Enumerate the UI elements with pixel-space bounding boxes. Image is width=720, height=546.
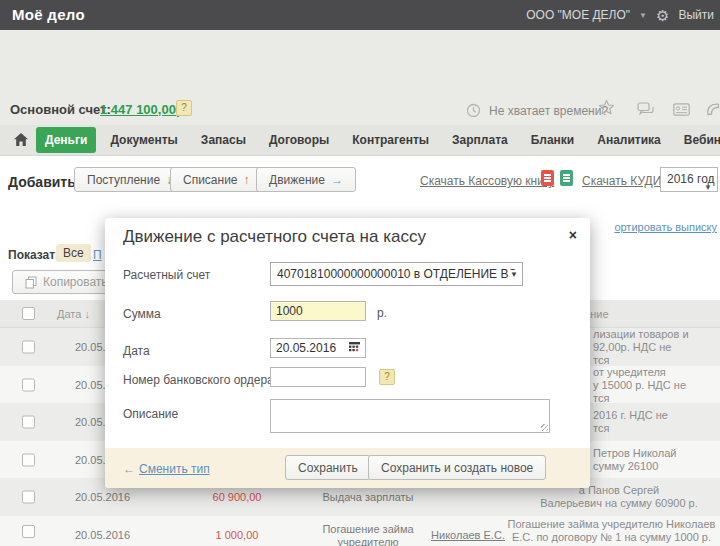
row-description: от учредителя у 15000 р. НДС не тся — [593, 365, 718, 404]
modal-title: Движение с расчетного счета на кассу — [123, 227, 426, 247]
transfer-modal: Движение с расчетного счета на кассу × Р… — [105, 218, 590, 488]
row-operation-type: Выдача зарплаты — [318, 491, 418, 504]
topbar: Моё дело ООО "МОЕ ДЕЛО" ▼ ⚙ Выйти — [0, 0, 720, 30]
row-checkbox[interactable] — [22, 416, 35, 429]
import-statement-link[interactable]: ортировать выписку — [614, 221, 717, 233]
tab-contracts[interactable]: Договоры — [260, 127, 338, 153]
save-and-create-new-button[interactable]: Сохранить и создать новое — [368, 455, 546, 480]
chat-icon[interactable] — [637, 102, 655, 116]
main-account-balance-link[interactable]: 1 447 100,00р — [100, 102, 184, 117]
app-window: Моё дело ООО "МОЕ ДЕЛО" ▼ ⚙ Выйти Основн… — [0, 0, 720, 546]
row-checkbox[interactable] — [22, 453, 35, 466]
change-type-link[interactable]: ←Сменить тип — [123, 462, 210, 476]
amount-input[interactable] — [270, 301, 366, 321]
excel-icon[interactable] — [560, 170, 573, 186]
tab-inventory[interactable]: Запасы — [192, 127, 255, 153]
main-account-label: Основной счет: — [10, 102, 111, 117]
tab-documents[interactable]: Документы — [101, 127, 186, 153]
select-all-checkbox[interactable] — [22, 307, 35, 320]
arrow-up-icon: ↑ — [244, 173, 250, 187]
date-input[interactable] — [270, 338, 366, 358]
topbar-right: ООО "МОЕ ДЕЛО" ▼ ⚙ Выйти — [526, 0, 714, 30]
account-select-value: 40701810000000000010 в ОТДЕЛЕНИЕ ВОРОНЕЖ — [271, 263, 517, 285]
tab-salary[interactable]: Зарплата — [443, 127, 517, 153]
nav-tabs: Деньги Документы Запасы Договоры Контраг… — [36, 125, 720, 155]
add-income-button[interactable]: Поступление ↓ — [74, 167, 185, 192]
modal-footer: ←Сменить тип Сохранить Сохранить и созда… — [105, 448, 590, 488]
tab-webinars[interactable]: Вебинары — [675, 127, 720, 153]
order-help-icon[interactable]: ? — [379, 369, 395, 385]
star-icon[interactable] — [598, 99, 615, 116]
chevron-down-icon: ▼ — [508, 270, 518, 279]
company-selector[interactable]: ООО "МОЕ ДЕЛО" — [526, 8, 630, 22]
year-select[interactable]: 2016 год ▼ — [660, 167, 718, 192]
account-select[interactable]: 40701810000000000010 в ОТДЕЛЕНИЕ ВОРОНЕЖ… — [270, 262, 523, 286]
order-number-input[interactable] — [270, 367, 366, 387]
save-button[interactable]: Сохранить — [285, 455, 371, 480]
description-field-label: Описание — [123, 407, 178, 421]
row-date: 20.05.2016 — [75, 529, 130, 542]
income-label: Поступление — [87, 173, 160, 187]
close-icon[interactable]: × — [569, 227, 577, 243]
pdf-icon[interactable] — [541, 170, 554, 186]
arrow-right-icon: → — [331, 173, 343, 187]
add-expense-button[interactable]: Списание ↑ — [170, 167, 263, 192]
logout-link[interactable]: Выйти — [678, 8, 714, 22]
tab-forms[interactable]: Бланки — [522, 127, 584, 153]
filter-all-option[interactable]: Все — [56, 244, 91, 262]
clock-icon — [466, 103, 481, 118]
home-icon[interactable] — [13, 132, 29, 147]
transfer-label: Движение — [269, 173, 325, 187]
description-textarea[interactable] — [270, 399, 550, 433]
main-nav: Деньги Документы Запасы Договоры Контраг… — [0, 125, 720, 156]
change-type-label: Сменить тип — [139, 462, 210, 476]
tab-analytics[interactable]: Аналитика — [588, 127, 670, 153]
tab-money[interactable]: Деньги — [36, 127, 96, 153]
copy-icon — [25, 276, 37, 289]
date-header-label: Дата — [57, 308, 81, 320]
row-description: лизации товаров и 92,00р. НДС не тся — [593, 328, 718, 367]
tab-contractors[interactable]: Контрагенты — [343, 127, 438, 153]
currency-suffix: р. — [377, 306, 387, 320]
row-checkbox[interactable] — [22, 378, 35, 391]
phone-icon[interactable] — [705, 101, 720, 118]
add-transfer-button[interactable]: Движение → — [256, 167, 356, 192]
promo-text: Не хватает времени? — [489, 104, 608, 118]
gear-icon[interactable]: ⚙ — [656, 8, 669, 23]
row-checkbox[interactable] — [22, 491, 35, 504]
account-band: Основной счет: 1 447 100,00р ? Не хватае… — [0, 30, 720, 125]
chevron-down-icon[interactable]: ▼ — [639, 11, 647, 20]
back-arrow-icon: ← — [123, 462, 135, 476]
app-logo: Моё дело — [12, 6, 85, 23]
order-number-field-label: Номер банковского ордера — [123, 373, 274, 387]
download-cashbook-link[interactable]: Скачать Кассовую книгу — [420, 174, 554, 188]
filter-income-option[interactable]: П — [93, 248, 102, 262]
row-contractor-link[interactable]: Николаев Е.С. — [428, 529, 508, 542]
expense-label: Списание — [183, 173, 238, 187]
contact-card-icon[interactable] — [673, 103, 690, 116]
date-column-header[interactable]: Дата ↓ — [57, 308, 90, 320]
sort-down-icon: ↓ — [84, 308, 90, 320]
amount-field-label: Сумма — [123, 307, 161, 321]
date-field-label: Дата — [123, 344, 150, 358]
row-description: 2016 г. НДС не тся — [593, 409, 718, 435]
chevron-down-icon: ▼ — [704, 176, 712, 199]
account-field-label: Расчетный счет — [123, 268, 210, 282]
table-row: 20.05.2016 1 000,00 Погашение займа учре… — [0, 516, 720, 546]
row-checkbox[interactable] — [22, 525, 35, 538]
row-description: Погашение займа учредителю Николаев Е.С.… — [505, 518, 718, 546]
copy-label: Копировать — [43, 275, 108, 289]
add-label: Добавить — [8, 174, 76, 190]
row-amount: 1 000,00 — [192, 529, 282, 542]
row-date: 20.05.2016 — [75, 491, 130, 504]
row-description: Петров Николай сумму 26100 — [593, 447, 718, 473]
row-amount: 60 900,00 — [192, 491, 282, 504]
row-operation-type: Погашение займа учредителю — [318, 523, 418, 546]
balance-help-icon[interactable]: ? — [176, 100, 192, 116]
row-checkbox[interactable] — [22, 341, 35, 354]
